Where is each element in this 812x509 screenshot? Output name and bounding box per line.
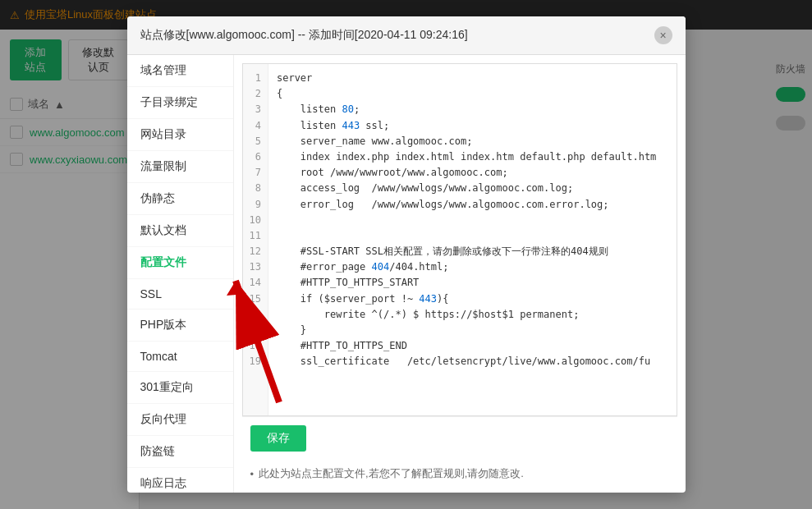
nav-item-accesslog[interactable]: 响应日志: [127, 468, 233, 493]
nav-item-reverseproxy[interactable]: 反向代理: [127, 404, 233, 436]
footer-note-text: 此处为站点主配置文件,若您不了解配置规则,请勿随意改.: [259, 466, 524, 481]
nav-item-config[interactable]: 配置文件: [127, 247, 233, 279]
modal-overlay: 站点修改[www.algomooc.com] -- 添加时间[2020-04-1…: [0, 0, 812, 509]
nav-item-webroot[interactable]: 网站目录: [127, 119, 233, 151]
modal-footer: 保存: [242, 416, 677, 460]
save-button[interactable]: 保存: [250, 425, 306, 452]
nav-item-rewrite[interactable]: 伪静态: [127, 183, 233, 215]
modal: 站点修改[www.algomooc.com] -- 添加时间[2020-04-1…: [127, 16, 686, 493]
nav-item-defaultdoc[interactable]: 默认文档: [127, 215, 233, 247]
modal-nav: 域名管理 子目录绑定 网站目录 流量限制 伪静态 默认文档 配置文件 SSL P…: [127, 55, 234, 493]
code-editor[interactable]: 12345678910111213141516171819 server { l…: [242, 63, 677, 416]
footer-note: 此处为站点主配置文件,若您不了解配置规则,请勿随意改.: [242, 460, 677, 484]
line-numbers: 12345678910111213141516171819: [243, 64, 268, 415]
modal-title: 站点修改[www.algomooc.com] -- 添加时间[2020-04-1…: [140, 28, 468, 43]
nav-item-tomcat[interactable]: Tomcat: [127, 342, 233, 372]
nav-item-subdir[interactable]: 子目录绑定: [127, 87, 233, 119]
nav-item-domain[interactable]: 域名管理: [127, 55, 233, 87]
nav-item-hotlink[interactable]: 防盗链: [127, 436, 233, 468]
modal-body: 域名管理 子目录绑定 网站目录 流量限制 伪静态 默认文档 配置文件 SSL P…: [127, 55, 686, 493]
modal-close-button[interactable]: ×: [654, 26, 672, 44]
nav-item-ssl[interactable]: SSL: [127, 279, 233, 310]
nav-item-ratelimit[interactable]: 流量限制: [127, 151, 233, 183]
nav-item-phpver[interactable]: PHP版本: [127, 310, 233, 342]
nav-item-redirect301[interactable]: 301重定向: [127, 372, 233, 404]
code-text: server { listen 80; listen 443 ssl; serv…: [268, 64, 677, 415]
modal-content-area: 12345678910111213141516171819 server { l…: [234, 55, 686, 493]
modal-header: 站点修改[www.algomooc.com] -- 添加时间[2020-04-1…: [127, 16, 686, 55]
